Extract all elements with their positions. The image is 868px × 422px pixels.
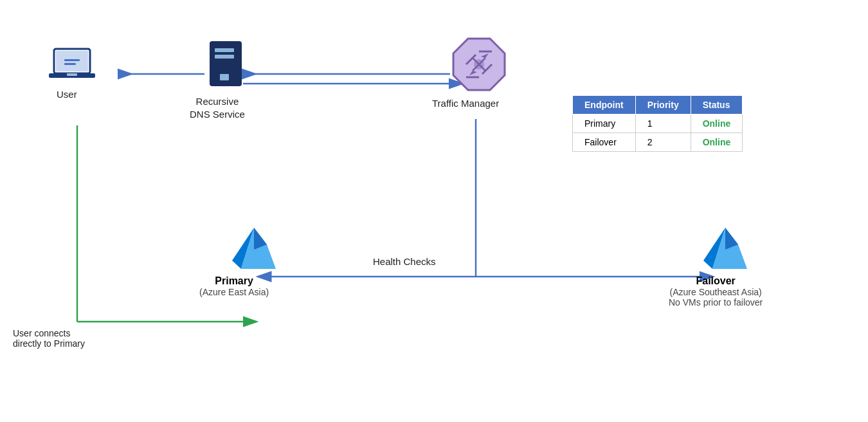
row1-status: Online	[691, 115, 743, 133]
primary-azure-logo	[228, 225, 280, 274]
endpoint-table: Endpoint Priority Status Primary 1 Onlin…	[572, 95, 743, 152]
svg-rect-14	[64, 59, 80, 61]
failover-azure-logo	[700, 225, 751, 274]
table-header-endpoint: Endpoint	[573, 96, 636, 115]
row2-priority: 2	[635, 133, 691, 152]
svg-rect-15	[64, 63, 76, 65]
dns-label: Recursive DNS Service	[190, 95, 245, 120]
svg-rect-13	[67, 73, 77, 76]
traffic-manager-icon	[450, 35, 508, 96]
laptop-icon	[46, 46, 98, 87]
table-row: Failover 2 Online	[573, 133, 743, 152]
traffic-manager-label: Traffic Manager	[432, 98, 499, 109]
table-row: Primary 1 Online	[573, 115, 743, 133]
arrows-layer: Traffic Manager: arrow pointing right (q…	[0, 0, 868, 422]
failover-region-label: Failover (Azure Southeast Asia) No VMs p…	[669, 275, 763, 307]
connects-label: User connects directly to Primary	[13, 328, 85, 349]
diagram-container: Traffic Manager: arrow pointing right (q…	[0, 0, 868, 422]
user-label: User	[57, 89, 77, 100]
svg-rect-18	[215, 55, 234, 59]
table-header-status: Status	[691, 96, 743, 115]
primary-region-label: Primary (Azure East Asia)	[199, 275, 269, 297]
row2-endpoint: Failover	[573, 133, 636, 152]
svg-rect-19	[220, 74, 229, 80]
dns-server-icon	[207, 39, 244, 93]
row1-endpoint: Primary	[573, 115, 636, 133]
table-header-priority: Priority	[635, 96, 691, 115]
row2-status: Online	[691, 133, 743, 152]
health-checks-label: Health Checks	[373, 256, 436, 267]
svg-rect-17	[215, 48, 234, 52]
row1-priority: 1	[635, 115, 691, 133]
